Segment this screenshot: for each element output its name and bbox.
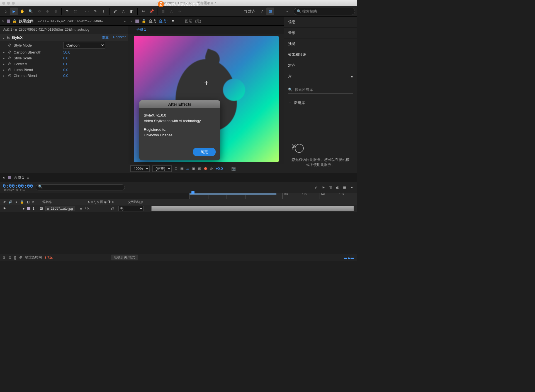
work-area[interactable] (189, 193, 276, 195)
channel-icon[interactable]: ⬣ (204, 166, 207, 171)
disclosure-icon[interactable]: ▸ (3, 68, 6, 72)
orbit-tool-icon[interactable]: ⟲ (35, 8, 43, 15)
toggle-in-out-icon[interactable]: {} (14, 256, 16, 260)
zoom-select[interactable]: 400% (130, 165, 150, 172)
disclosure-icon[interactable]: ▸ (3, 56, 6, 60)
snap-toggle[interactable]: ▢ 对齐 (241, 9, 257, 14)
disclosure-icon[interactable]: ⌄ (2, 35, 5, 40)
panel-preview[interactable]: 预览 (284, 38, 357, 49)
stamp-tool-icon[interactable]: ⎍ (120, 8, 127, 15)
layer-name[interactable]: u=23057...uto.jpg (45, 206, 75, 211)
fx-badge-icon[interactable]: fx (7, 35, 10, 40)
selection-tool-icon[interactable]: ▶ (10, 8, 18, 15)
close-tab-icon[interactable]: × (2, 19, 4, 23)
prop-value[interactable]: 0.0 (63, 56, 68, 60)
timeline-tab[interactable]: 合成 1 (14, 175, 24, 180)
toggle-switches-modes-button[interactable]: 切换开关/模式 (111, 255, 138, 260)
stopwatch-icon[interactable]: ⏱ (8, 56, 11, 60)
zoom-tool-icon[interactable]: 🔍 (27, 8, 35, 15)
close-tab-icon[interactable]: × (130, 19, 133, 23)
prop-value[interactable]: 0.0 (63, 68, 68, 72)
transparency-grid-icon[interactable]: ▦ (180, 166, 184, 171)
panel-audio[interactable]: 音频 (284, 28, 357, 38)
comp-flowchart-icon[interactable]: ⇄ (315, 185, 318, 190)
prop-value[interactable]: 0.0 (63, 74, 68, 78)
quality-select[interactable]: (完整) (152, 165, 172, 172)
draft3d-icon[interactable]: ☀ (322, 185, 325, 190)
stopwatch-icon[interactable]: ⏱ (8, 62, 11, 66)
prop-value[interactable]: 50.0 (63, 50, 70, 54)
traffic-lights[interactable] (2, 2, 15, 5)
solo-column-icon[interactable]: ● (15, 200, 17, 204)
pen-tool-icon[interactable]: ✎ (91, 8, 99, 15)
fast-preview-icon[interactable]: ⊡ (174, 166, 177, 171)
panel-effects-presets[interactable]: 效果和预设 (284, 49, 357, 60)
hand-tool-icon[interactable]: ✋ (18, 8, 26, 15)
parent-header[interactable]: 父级和链接 (128, 200, 143, 204)
layer-switches[interactable]: ♣ / fx (80, 207, 89, 210)
pickwhip-icon[interactable]: @ (111, 207, 115, 210)
collapse-icon[interactable]: ⤢ (258, 8, 266, 15)
panel-menu-icon[interactable]: » (124, 19, 126, 23)
rect-mask-icon[interactable]: ⬚ (72, 8, 79, 15)
style-mode-select[interactable]: Cartoon (63, 42, 105, 49)
snapshot-icon[interactable]: 📷 (231, 166, 236, 171)
roto-tool-icon[interactable]: ✂ (139, 8, 147, 15)
panel-libraries[interactable]: 库≡ (284, 71, 357, 82)
puppet-tool-icon[interactable]: 📌 (148, 8, 155, 15)
lock-icon[interactable]: 🔓 (142, 19, 146, 23)
comp-tab-name[interactable]: 合成 1 (159, 19, 169, 24)
text-tool-icon[interactable]: T (100, 8, 108, 15)
panel-align[interactable]: 对齐 (284, 60, 357, 71)
stopwatch-icon[interactable]: ⏱ (8, 50, 11, 54)
playhead[interactable] (193, 193, 193, 254)
comp-breadcrumb[interactable]: 合成 1 (128, 26, 284, 34)
lock-icon[interactable]: 🔒 (12, 19, 17, 23)
stopwatch-icon[interactable]: ⏱ (8, 43, 11, 47)
time-ruler[interactable]: :00s 02s 04s 06s 08s 10s 12s 14s 16s (189, 193, 357, 199)
overflow-icon[interactable]: » (283, 8, 291, 15)
effect-header[interactable]: ⌄ fx StyleX 重置 Register (0, 34, 128, 41)
mask-visibility-icon[interactable]: ▱ (186, 166, 189, 171)
render-time-icon[interactable]: ⏱ (19, 256, 22, 260)
comp-tab-label[interactable]: 合成 (149, 19, 156, 24)
library-search-input[interactable]: 🔍 搜索所有库 (288, 86, 353, 94)
graph-editor-icon[interactable]: 〰 (350, 185, 354, 190)
region-icon[interactable]: ▣ (192, 166, 195, 171)
reset-link[interactable]: 重置 (102, 35, 109, 40)
disclosure-icon[interactable]: ▸ (3, 74, 6, 78)
zoom-slider-icon[interactable]: ▬▲▬ (344, 256, 354, 260)
brush-tool-icon[interactable]: 🖌 (111, 8, 119, 15)
label-column-icon[interactable]: ◧ (27, 200, 30, 204)
layer-color-icon[interactable] (27, 207, 30, 210)
stopwatch-icon[interactable]: ⏱ (8, 68, 11, 72)
frame-blend-icon[interactable]: ◐ (336, 185, 339, 190)
eraser-tool-icon[interactable]: ◧ (128, 8, 136, 15)
grid-snap-icon[interactable]: ⊡ (266, 8, 274, 15)
tab-menu-icon[interactable]: ≡ (27, 176, 29, 180)
search-help-input[interactable]: 🔍 搜索帮助 (294, 8, 355, 15)
stopwatch-icon[interactable]: ⏱ (8, 74, 11, 78)
source-name-header[interactable]: 源名称 (42, 200, 52, 204)
toggle-switches-icon[interactable]: ⊞ (3, 256, 6, 260)
disclosure-icon[interactable]: ▸ (23, 207, 25, 210)
tab-menu-icon[interactable]: ≡ (172, 19, 174, 23)
exposure-value[interactable]: +0.0 (216, 166, 223, 171)
current-timecode[interactable]: 0:00:00:00 (3, 183, 33, 189)
pan-tool-icon[interactable]: ✥ (43, 8, 51, 15)
eye-icon[interactable]: 👁 (3, 207, 6, 210)
register-link[interactable]: Register (113, 35, 126, 40)
parent-select[interactable]: 无 (118, 206, 144, 211)
layer-duration-bar[interactable] (151, 206, 354, 211)
audio-column-icon[interactable]: 🔊 (9, 200, 13, 204)
shape-tool-icon[interactable]: ▭ (83, 8, 91, 15)
guides-icon[interactable]: ⊞ (198, 166, 201, 171)
home-icon[interactable]: ⌂ (2, 8, 9, 15)
disclosure-icon[interactable]: ▸ (3, 50, 6, 54)
layer-tab-label[interactable]: 图层 (185, 19, 192, 24)
panel-menu-icon[interactable]: ≡ (351, 74, 353, 79)
disclosure-icon[interactable]: ▸ (3, 62, 6, 66)
toggle-modes-icon[interactable]: ⊡ (8, 256, 11, 260)
lock-column-icon[interactable]: 🔒 (20, 200, 24, 204)
new-library-button[interactable]: ＋ 新建库 (284, 98, 357, 108)
